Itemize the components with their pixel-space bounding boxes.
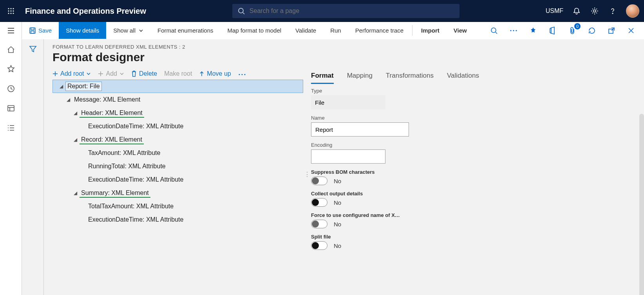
svg-point-41 — [239, 74, 240, 75]
plus-icon — [98, 71, 103, 76]
tree-node-n5[interactable]: TaxAmount: XML Attribute — [52, 146, 303, 160]
main-content: FORMAT TO LEARN DEFERRED XML ELEMENTS : … — [44, 39, 644, 295]
view-button[interactable]: View — [447, 22, 474, 39]
notifications-icon[interactable] — [572, 6, 581, 16]
validate-button[interactable]: Validate — [288, 22, 323, 39]
validate-label: Validate — [295, 27, 316, 34]
tree-toolbar: Add root Add Delete Make root — [52, 70, 303, 77]
app-title: Finance and Operations Preview — [25, 7, 146, 16]
tree-caret-icon[interactable]: ◢ — [71, 137, 80, 142]
show-details-label: Show details — [66, 27, 99, 34]
name-input[interactable] — [311, 122, 409, 137]
tree-node-n8[interactable]: ◢Summary: XML Element — [52, 186, 303, 200]
run-button[interactable]: Run — [323, 22, 348, 39]
field-split-file: Split file No — [311, 234, 628, 250]
arrow-up-icon — [199, 71, 204, 76]
encoding-input[interactable] — [311, 149, 385, 164]
format-tree[interactable]: ◢Report: File◢Message: XML Element◢Heade… — [52, 80, 303, 226]
tree-node-n0[interactable]: ◢Report: File — [52, 80, 303, 93]
suppress-bom-label: Suppress BOM characters — [311, 169, 628, 175]
field-collect-output: Collect output details No — [311, 191, 628, 207]
tree-node-n3[interactable]: ExecutionDateTime: XML Attribute — [52, 120, 303, 133]
tree-node-n6[interactable]: RunningTotal: XML Attribute — [52, 160, 303, 173]
help-icon[interactable] — [608, 6, 617, 16]
tree-caret-icon[interactable]: ◢ — [57, 84, 65, 89]
hamburger-icon[interactable] — [0, 22, 22, 39]
import-button[interactable]: Import — [414, 22, 447, 39]
field-encoding: Encoding — [311, 142, 628, 164]
split-label: Split file — [311, 234, 628, 240]
actionbar-right-icons: 0 — [489, 22, 644, 39]
divider — [412, 25, 412, 36]
refresh-icon[interactable] — [587, 25, 597, 36]
tree-node-n10[interactable]: ExecutionDateTime: XML Attribute — [52, 213, 303, 226]
home-icon[interactable] — [5, 44, 16, 55]
add-root-button[interactable]: Add root — [52, 70, 91, 77]
attachments-icon[interactable]: 0 — [567, 25, 577, 36]
avatar[interactable] — [626, 4, 639, 18]
svg-point-7 — [10, 13, 11, 14]
tree-node-label: TaxAmount: XML Attribute — [87, 149, 162, 157]
show-all-button[interactable]: Show all — [106, 22, 150, 39]
tree-node-n2[interactable]: ◢Header: XML Element — [52, 106, 303, 120]
tab-format[interactable]: Format — [311, 70, 334, 84]
tree-node-n1[interactable]: ◢Message: XML Element — [52, 93, 303, 106]
workspaces-icon[interactable] — [5, 103, 16, 114]
split-file-toggle[interactable] — [311, 241, 327, 250]
tab-validations[interactable]: Validations — [447, 70, 479, 84]
field-name: Name — [311, 115, 628, 137]
add-root-label: Add root — [60, 70, 84, 77]
settings-icon[interactable] — [590, 6, 599, 16]
save-icon — [29, 27, 36, 34]
tree-caret-icon[interactable]: ◢ — [71, 190, 80, 196]
tree-node-n7[interactable]: ExecutionDateTime: XML Attribute — [52, 173, 303, 186]
delete-button[interactable]: Delete — [131, 70, 157, 77]
property-tabs: Format Mapping Transformations Validatio… — [311, 70, 628, 84]
svg-rect-16 — [30, 28, 35, 33]
search-input[interactable] — [249, 7, 454, 15]
format-enumerations-button[interactable]: Format enumerations — [150, 22, 221, 39]
move-up-button[interactable]: Move up — [199, 70, 231, 77]
move-up-label: Move up — [207, 70, 231, 77]
office-icon[interactable] — [548, 25, 558, 36]
more-icon[interactable] — [508, 25, 519, 36]
close-icon[interactable] — [626, 25, 636, 36]
tree-node-n9[interactable]: TotalTaxAmount: XML Attribute — [52, 200, 303, 213]
map-format-to-model-button[interactable]: Map format to model — [221, 22, 289, 39]
attachments-badge: 0 — [574, 23, 581, 29]
legal-entity[interactable]: USMF — [546, 7, 563, 15]
collect-output-toggle[interactable] — [311, 198, 327, 207]
modules-icon[interactable] — [5, 122, 16, 133]
copilot-icon[interactable] — [528, 25, 538, 36]
collect-label: Collect output details — [311, 191, 628, 197]
svg-rect-18 — [31, 31, 34, 33]
splitter-handle[interactable]: ⋮ — [303, 70, 311, 278]
tree-node-label: ExecutionDateTime: XML Attribute — [87, 122, 185, 131]
performance-trace-button[interactable]: Performance trace — [348, 22, 411, 39]
save-button[interactable]: Save — [22, 22, 59, 39]
show-details-button[interactable]: Show details — [59, 22, 106, 39]
tab-transformations[interactable]: Transformations — [386, 70, 434, 84]
recent-icon[interactable] — [5, 83, 16, 94]
app-launcher-icon[interactable] — [5, 5, 17, 17]
tree-caret-icon[interactable]: ◢ — [71, 110, 80, 116]
search-icon — [238, 7, 245, 15]
collect-value: No — [334, 199, 341, 206]
tab-mapping[interactable]: Mapping — [347, 70, 373, 84]
popout-icon[interactable] — [606, 25, 617, 36]
chevron-down-icon — [86, 71, 91, 76]
top-nav: Finance and Operations Preview USMF — [0, 0, 644, 22]
global-search[interactable] — [232, 4, 459, 18]
action-search-icon[interactable] — [489, 25, 499, 36]
perf-trace-label: Performance trace — [355, 27, 403, 34]
tree-node-label: Header: XML Element — [80, 109, 144, 118]
tree-node-n4[interactable]: ◢Record: XML Element — [52, 133, 303, 146]
suppress-bom-toggle[interactable] — [311, 177, 327, 185]
tree-caret-icon[interactable]: ◢ — [64, 97, 72, 102]
force-name-toggle[interactable] — [311, 220, 327, 228]
tree-more-icon[interactable] — [238, 70, 246, 77]
svg-point-23 — [516, 30, 517, 31]
scrollbar[interactable] — [639, 114, 644, 295]
filter-icon[interactable] — [29, 45, 37, 295]
favorites-icon[interactable] — [5, 64, 16, 75]
